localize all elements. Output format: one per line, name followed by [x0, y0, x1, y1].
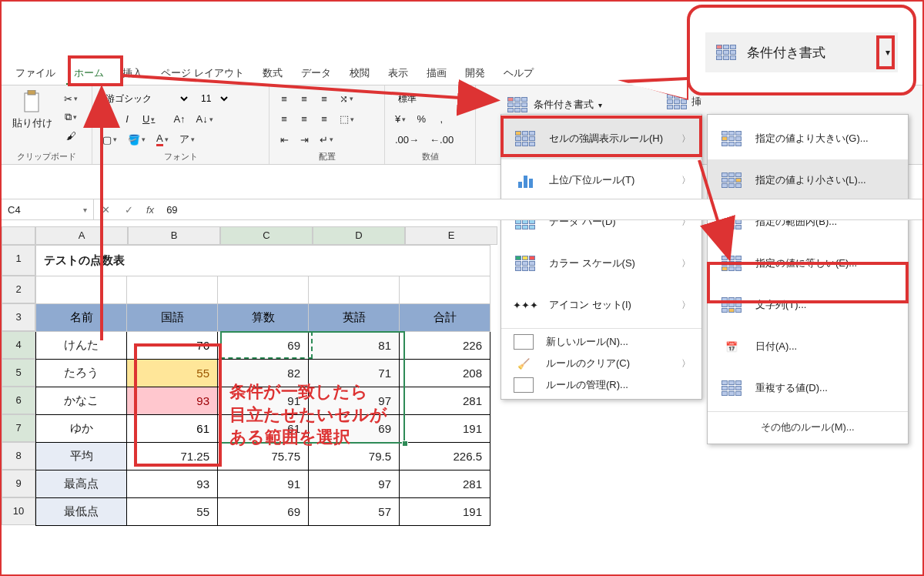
- tab-home[interactable]: ホーム: [66, 63, 112, 85]
- callout-dropdown-highlight: [876, 35, 895, 69]
- tab-help[interactable]: ヘルプ: [496, 63, 541, 85]
- tab-developer[interactable]: 開発: [457, 63, 493, 85]
- menu-highlight-rules[interactable]: セルの強調表示ルール(H)〉: [501, 118, 701, 159]
- svg-rect-1: [28, 90, 35, 95]
- tab-draw[interactable]: 描画: [419, 63, 454, 85]
- clipboard-group-label: クリップボード: [8, 150, 85, 162]
- selection-handle[interactable]: [402, 440, 408, 447]
- tab-review[interactable]: 校閲: [342, 63, 377, 85]
- col-header-d[interactable]: D: [313, 226, 405, 245]
- header-total[interactable]: 合計: [400, 304, 490, 332]
- submenu-equal-to[interactable]: 指定の値に等しい(E)...: [708, 243, 908, 284]
- row-header-4[interactable]: 4: [2, 331, 35, 359]
- row-header-2[interactable]: 2: [2, 276, 35, 303]
- font-color-button[interactable]: A: [152, 131, 172, 148]
- header-en[interactable]: 英語: [309, 304, 400, 332]
- row-header-10[interactable]: 10: [2, 497, 35, 525]
- chevron-down-icon: ▾: [598, 101, 602, 109]
- cancel-formula-button[interactable]: ✕: [94, 204, 117, 216]
- align-top-button[interactable]: ≡: [276, 90, 293, 107]
- merge-button[interactable]: ⬚: [336, 111, 358, 128]
- increase-decimal-button[interactable]: .00→: [391, 131, 423, 148]
- tab-view[interactable]: 表示: [380, 63, 416, 85]
- callout-conditional-formatting: 条件付き書式 ▾: [687, 5, 916, 95]
- formula-input[interactable]: 69: [160, 204, 183, 216]
- row-header-7[interactable]: 7: [2, 414, 35, 442]
- header-jp[interactable]: 国語: [127, 304, 218, 332]
- menu-clear-rules[interactable]: 🧹 ルールのクリア(C)〉: [501, 353, 701, 374]
- formula-bar: C4 ✕ ✓ fx 69: [2, 199, 922, 220]
- header-name[interactable]: 名前: [36, 304, 127, 332]
- date-icon: 📅: [718, 335, 745, 358]
- name-box[interactable]: C4: [2, 199, 94, 219]
- menu-top-bottom-rules[interactable]: 上位/下位ルール(T)〉: [501, 159, 701, 201]
- menu-manage-rules[interactable]: ルールの管理(R)...: [501, 374, 701, 396]
- cell-title[interactable]: テストの点数表: [36, 246, 490, 276]
- row-header-8[interactable]: 8: [2, 442, 35, 470]
- chevron-right-icon: 〉: [681, 174, 691, 187]
- phonetic-button[interactable]: ア: [176, 131, 199, 148]
- copy-button[interactable]: ⧉: [60, 109, 82, 126]
- font-size-select[interactable]: 11: [194, 90, 231, 107]
- submenu-duplicate-values[interactable]: 重複する値(D)...: [708, 367, 908, 409]
- bold-button[interactable]: B: [99, 111, 116, 128]
- align-middle-button[interactable]: ≡: [296, 90, 313, 107]
- row-header-3[interactable]: 3: [2, 303, 35, 331]
- col-header-c[interactable]: C: [220, 226, 313, 245]
- header-math[interactable]: 算数: [218, 304, 309, 332]
- paste-button[interactable]: 貼り付け: [8, 89, 57, 144]
- fill-color-button[interactable]: 🪣: [124, 131, 149, 148]
- number-format-select[interactable]: 標準: [391, 90, 468, 107]
- menu-icon-sets[interactable]: ✦✦✦ アイコン セット(I)〉: [501, 284, 701, 326]
- row-header-9[interactable]: 9: [2, 470, 35, 497]
- col-header-e[interactable]: E: [405, 226, 497, 245]
- top-bottom-icon: [512, 169, 538, 192]
- format-painter-button[interactable]: 🖌: [60, 127, 82, 144]
- tab-file[interactable]: ファイル: [8, 63, 63, 85]
- cut-button[interactable]: ✂: [60, 90, 82, 107]
- chevron-right-icon: 〉: [681, 299, 691, 312]
- border-button[interactable]: ▢: [99, 131, 121, 148]
- tab-data[interactable]: データ: [293, 63, 339, 85]
- row-header-6[interactable]: 6: [2, 387, 35, 414]
- wrap-text-button[interactable]: ↵: [316, 131, 337, 148]
- indent-increase-button[interactable]: ⇥: [296, 131, 313, 148]
- select-all-corner[interactable]: [2, 226, 35, 245]
- font-group-label: フォント: [99, 150, 263, 162]
- fx-icon[interactable]: fx: [140, 204, 160, 216]
- tab-insert[interactable]: 挿入: [115, 63, 150, 85]
- color-scales-icon: [512, 252, 538, 275]
- align-left-button[interactable]: ≡: [276, 111, 293, 128]
- align-bottom-button[interactable]: ≡: [316, 90, 333, 107]
- increase-font-button[interactable]: A↑: [169, 111, 189, 128]
- row-header-1[interactable]: 1: [2, 245, 35, 276]
- conditional-formatting-icon: [506, 95, 529, 114]
- submenu-text-contains[interactable]: 文字列(T)...: [708, 284, 908, 326]
- align-center-button[interactable]: ≡: [296, 111, 313, 128]
- orientation-button[interactable]: ⤭: [336, 90, 357, 107]
- decrease-font-button[interactable]: A↓: [192, 111, 217, 128]
- bucket-icon: 🪣: [128, 134, 140, 146]
- menu-color-scales[interactable]: カラー スケール(S)〉: [501, 243, 701, 284]
- comma-button[interactable]: ,: [433, 111, 450, 128]
- submenu-greater-than[interactable]: 指定の値より大きい(G)...: [708, 118, 908, 159]
- menu-new-rule[interactable]: 新しいルール(N)...: [501, 331, 701, 353]
- underline-button[interactable]: U: [139, 111, 159, 128]
- submenu-date-occurring[interactable]: 📅 日付(A)...: [708, 326, 908, 367]
- tab-page-layout[interactable]: ページ レイアウト: [153, 63, 252, 85]
- col-header-a[interactable]: A: [35, 226, 128, 245]
- align-right-button[interactable]: ≡: [316, 111, 333, 128]
- conditional-formatting-icon: [713, 41, 739, 64]
- tab-formulas[interactable]: 数式: [255, 63, 290, 85]
- decrease-decimal-button[interactable]: ←.00: [426, 131, 457, 148]
- indent-decrease-button[interactable]: ⇤: [276, 131, 293, 148]
- submenu-more-rules[interactable]: その他のルール(M)...: [708, 414, 908, 440]
- font-name-select[interactable]: 游ゴシック: [99, 90, 191, 107]
- enter-formula-button[interactable]: ✓: [117, 204, 140, 216]
- row-header-5[interactable]: 5: [2, 359, 35, 387]
- italic-button[interactable]: I: [119, 111, 136, 128]
- col-header-b[interactable]: B: [128, 226, 220, 245]
- accounting-format-button[interactable]: ¥: [391, 111, 410, 128]
- percent-button[interactable]: %: [413, 111, 430, 128]
- submenu-less-than[interactable]: 指定の値より小さい(L)...: [708, 159, 908, 201]
